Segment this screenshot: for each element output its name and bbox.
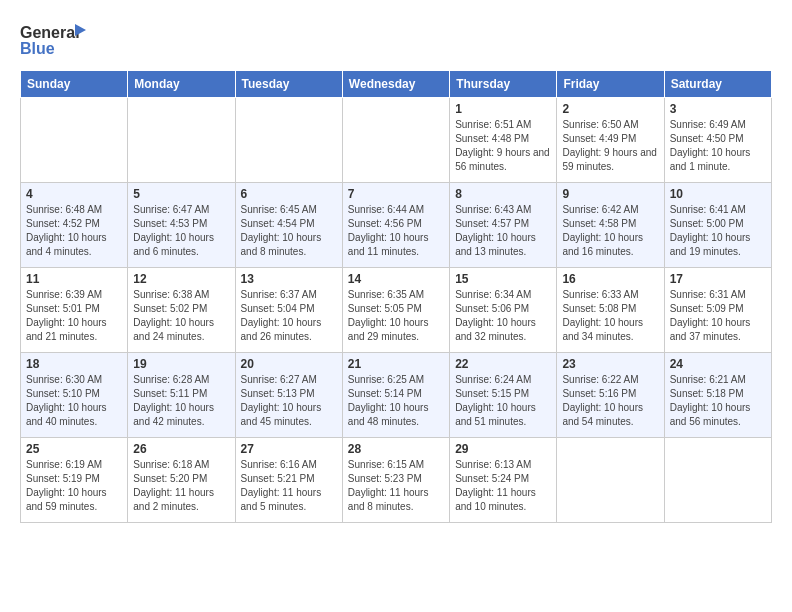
calendar-cell <box>128 98 235 183</box>
day-info: Sunrise: 6:43 AM Sunset: 4:57 PM Dayligh… <box>455 203 551 259</box>
day-number: 4 <box>26 187 122 201</box>
day-number: 5 <box>133 187 229 201</box>
calendar-cell: 11Sunrise: 6:39 AM Sunset: 5:01 PM Dayli… <box>21 268 128 353</box>
svg-text:Blue: Blue <box>20 40 55 57</box>
calendar-cell <box>557 438 664 523</box>
calendar-cell: 15Sunrise: 6:34 AM Sunset: 5:06 PM Dayli… <box>450 268 557 353</box>
calendar-cell: 9Sunrise: 6:42 AM Sunset: 4:58 PM Daylig… <box>557 183 664 268</box>
day-number: 9 <box>562 187 658 201</box>
day-number: 17 <box>670 272 766 286</box>
day-number: 8 <box>455 187 551 201</box>
week-row-5: 25Sunrise: 6:19 AM Sunset: 5:19 PM Dayli… <box>21 438 772 523</box>
day-info: Sunrise: 6:41 AM Sunset: 5:00 PM Dayligh… <box>670 203 766 259</box>
day-header-sunday: Sunday <box>21 71 128 98</box>
day-number: 28 <box>348 442 444 456</box>
day-number: 19 <box>133 357 229 371</box>
day-number: 12 <box>133 272 229 286</box>
day-number: 11 <box>26 272 122 286</box>
calendar-cell: 16Sunrise: 6:33 AM Sunset: 5:08 PM Dayli… <box>557 268 664 353</box>
calendar-cell: 28Sunrise: 6:15 AM Sunset: 5:23 PM Dayli… <box>342 438 449 523</box>
day-info: Sunrise: 6:22 AM Sunset: 5:16 PM Dayligh… <box>562 373 658 429</box>
calendar-cell: 29Sunrise: 6:13 AM Sunset: 5:24 PM Dayli… <box>450 438 557 523</box>
calendar-cell: 12Sunrise: 6:38 AM Sunset: 5:02 PM Dayli… <box>128 268 235 353</box>
day-info: Sunrise: 6:39 AM Sunset: 5:01 PM Dayligh… <box>26 288 122 344</box>
calendar-cell: 5Sunrise: 6:47 AM Sunset: 4:53 PM Daylig… <box>128 183 235 268</box>
day-number: 27 <box>241 442 337 456</box>
day-number: 20 <box>241 357 337 371</box>
day-info: Sunrise: 6:42 AM Sunset: 4:58 PM Dayligh… <box>562 203 658 259</box>
day-info: Sunrise: 6:47 AM Sunset: 4:53 PM Dayligh… <box>133 203 229 259</box>
day-number: 2 <box>562 102 658 116</box>
day-number: 21 <box>348 357 444 371</box>
calendar-cell: 18Sunrise: 6:30 AM Sunset: 5:10 PM Dayli… <box>21 353 128 438</box>
week-row-2: 4Sunrise: 6:48 AM Sunset: 4:52 PM Daylig… <box>21 183 772 268</box>
day-number: 29 <box>455 442 551 456</box>
svg-marker-1 <box>75 24 86 36</box>
day-info: Sunrise: 6:24 AM Sunset: 5:15 PM Dayligh… <box>455 373 551 429</box>
day-info: Sunrise: 6:13 AM Sunset: 5:24 PM Dayligh… <box>455 458 551 514</box>
calendar-cell <box>664 438 771 523</box>
week-row-3: 11Sunrise: 6:39 AM Sunset: 5:01 PM Dayli… <box>21 268 772 353</box>
calendar-cell: 3Sunrise: 6:49 AM Sunset: 4:50 PM Daylig… <box>664 98 771 183</box>
day-info: Sunrise: 6:37 AM Sunset: 5:04 PM Dayligh… <box>241 288 337 344</box>
day-header-saturday: Saturday <box>664 71 771 98</box>
day-number: 22 <box>455 357 551 371</box>
day-number: 13 <box>241 272 337 286</box>
calendar-cell: 21Sunrise: 6:25 AM Sunset: 5:14 PM Dayli… <box>342 353 449 438</box>
day-number: 6 <box>241 187 337 201</box>
page-header: GeneralBlue <box>20 20 772 60</box>
day-number: 25 <box>26 442 122 456</box>
calendar-cell: 7Sunrise: 6:44 AM Sunset: 4:56 PM Daylig… <box>342 183 449 268</box>
calendar-cell <box>342 98 449 183</box>
day-header-wednesday: Wednesday <box>342 71 449 98</box>
logo: GeneralBlue <box>20 20 100 60</box>
day-number: 15 <box>455 272 551 286</box>
logo-svg: GeneralBlue <box>20 20 100 60</box>
day-info: Sunrise: 6:33 AM Sunset: 5:08 PM Dayligh… <box>562 288 658 344</box>
calendar-cell: 4Sunrise: 6:48 AM Sunset: 4:52 PM Daylig… <box>21 183 128 268</box>
day-number: 23 <box>562 357 658 371</box>
day-number: 18 <box>26 357 122 371</box>
calendar-cell: 10Sunrise: 6:41 AM Sunset: 5:00 PM Dayli… <box>664 183 771 268</box>
calendar-cell <box>235 98 342 183</box>
day-info: Sunrise: 6:45 AM Sunset: 4:54 PM Dayligh… <box>241 203 337 259</box>
day-number: 14 <box>348 272 444 286</box>
calendar-cell: 17Sunrise: 6:31 AM Sunset: 5:09 PM Dayli… <box>664 268 771 353</box>
calendar-cell: 27Sunrise: 6:16 AM Sunset: 5:21 PM Dayli… <box>235 438 342 523</box>
day-info: Sunrise: 6:35 AM Sunset: 5:05 PM Dayligh… <box>348 288 444 344</box>
calendar-cell: 22Sunrise: 6:24 AM Sunset: 5:15 PM Dayli… <box>450 353 557 438</box>
day-header-tuesday: Tuesday <box>235 71 342 98</box>
calendar-cell: 19Sunrise: 6:28 AM Sunset: 5:11 PM Dayli… <box>128 353 235 438</box>
day-info: Sunrise: 6:49 AM Sunset: 4:50 PM Dayligh… <box>670 118 766 174</box>
calendar-cell: 26Sunrise: 6:18 AM Sunset: 5:20 PM Dayli… <box>128 438 235 523</box>
calendar-cell: 2Sunrise: 6:50 AM Sunset: 4:49 PM Daylig… <box>557 98 664 183</box>
week-row-1: 1Sunrise: 6:51 AM Sunset: 4:48 PM Daylig… <box>21 98 772 183</box>
day-info: Sunrise: 6:21 AM Sunset: 5:18 PM Dayligh… <box>670 373 766 429</box>
calendar-cell: 23Sunrise: 6:22 AM Sunset: 5:16 PM Dayli… <box>557 353 664 438</box>
day-header-thursday: Thursday <box>450 71 557 98</box>
week-row-4: 18Sunrise: 6:30 AM Sunset: 5:10 PM Dayli… <box>21 353 772 438</box>
day-info: Sunrise: 6:38 AM Sunset: 5:02 PM Dayligh… <box>133 288 229 344</box>
day-info: Sunrise: 6:48 AM Sunset: 4:52 PM Dayligh… <box>26 203 122 259</box>
day-number: 16 <box>562 272 658 286</box>
day-number: 1 <box>455 102 551 116</box>
day-info: Sunrise: 6:15 AM Sunset: 5:23 PM Dayligh… <box>348 458 444 514</box>
day-header-friday: Friday <box>557 71 664 98</box>
calendar-cell: 24Sunrise: 6:21 AM Sunset: 5:18 PM Dayli… <box>664 353 771 438</box>
calendar-cell: 14Sunrise: 6:35 AM Sunset: 5:05 PM Dayli… <box>342 268 449 353</box>
header-row: SundayMondayTuesdayWednesdayThursdayFrid… <box>21 71 772 98</box>
calendar-cell: 20Sunrise: 6:27 AM Sunset: 5:13 PM Dayli… <box>235 353 342 438</box>
calendar-cell: 8Sunrise: 6:43 AM Sunset: 4:57 PM Daylig… <box>450 183 557 268</box>
calendar-cell: 13Sunrise: 6:37 AM Sunset: 5:04 PM Dayli… <box>235 268 342 353</box>
day-info: Sunrise: 6:30 AM Sunset: 5:10 PM Dayligh… <box>26 373 122 429</box>
day-info: Sunrise: 6:18 AM Sunset: 5:20 PM Dayligh… <box>133 458 229 514</box>
day-number: 3 <box>670 102 766 116</box>
day-info: Sunrise: 6:27 AM Sunset: 5:13 PM Dayligh… <box>241 373 337 429</box>
svg-text:General: General <box>20 24 80 41</box>
day-info: Sunrise: 6:19 AM Sunset: 5:19 PM Dayligh… <box>26 458 122 514</box>
day-info: Sunrise: 6:51 AM Sunset: 4:48 PM Dayligh… <box>455 118 551 174</box>
calendar-cell <box>21 98 128 183</box>
day-info: Sunrise: 6:50 AM Sunset: 4:49 PM Dayligh… <box>562 118 658 174</box>
calendar-cell: 1Sunrise: 6:51 AM Sunset: 4:48 PM Daylig… <box>450 98 557 183</box>
day-number: 10 <box>670 187 766 201</box>
